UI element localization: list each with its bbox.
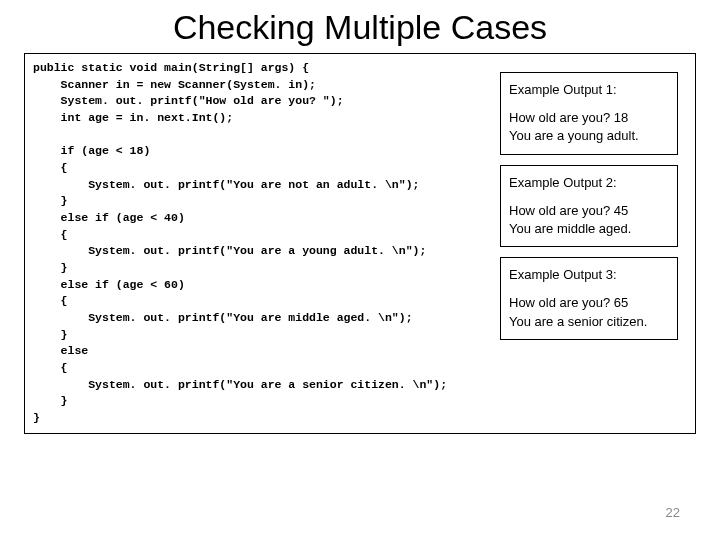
page-number: 22 <box>666 505 680 520</box>
example-response: You are a senior citizen. <box>509 313 669 331</box>
example-box-2: Example Output 2: How old are you? 45 Yo… <box>500 165 678 248</box>
example-boxes: Example Output 1: How old are you? 18 Yo… <box>500 72 678 340</box>
example-prompt: How old are you? 18 <box>509 109 669 127</box>
example-response: You are middle aged. <box>509 220 669 238</box>
example-box-1: Example Output 1: How old are you? 18 Yo… <box>500 72 678 155</box>
example-box-3: Example Output 3: How old are you? 65 Yo… <box>500 257 678 340</box>
slide: Checking Multiple Cases public static vo… <box>0 0 720 540</box>
example-prompt: How old are you? 65 <box>509 294 669 312</box>
example-response: You are a young adult. <box>509 127 669 145</box>
example-label: Example Output 1: <box>509 81 669 99</box>
example-prompt: How old are you? 45 <box>509 202 669 220</box>
example-label: Example Output 2: <box>509 174 669 192</box>
slide-title: Checking Multiple Cases <box>24 8 696 47</box>
example-label: Example Output 3: <box>509 266 669 284</box>
